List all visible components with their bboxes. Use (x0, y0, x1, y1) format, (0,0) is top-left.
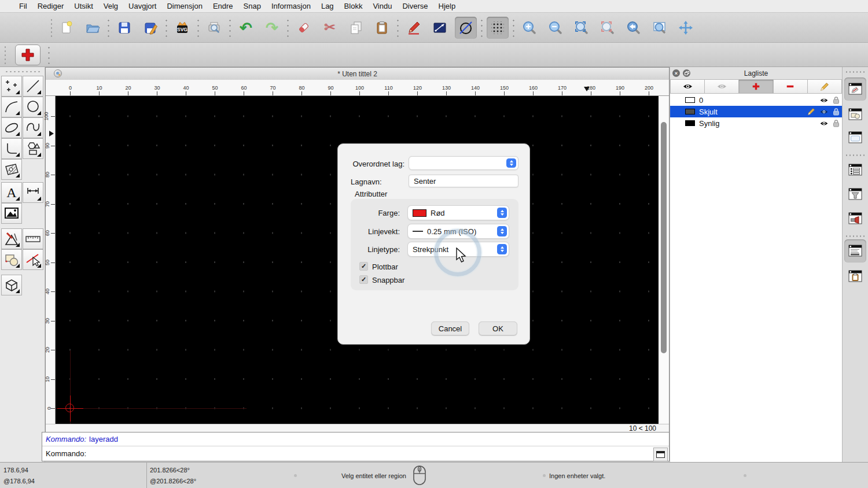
image-tool-button[interactable] (1, 203, 22, 224)
export-svg-button[interactable]: SVG (171, 17, 193, 39)
menu-item-informasjon[interactable]: Informasjon (266, 2, 316, 10)
menu-item-vindu[interactable]: Vindu (367, 2, 397, 10)
menu-item-dimensjon[interactable]: Dimensjon (161, 2, 207, 10)
parent-layer-select[interactable] (409, 156, 518, 170)
layer-row-skjult[interactable]: Skjult (670, 106, 842, 117)
ruler-tool-button[interactable] (23, 228, 43, 249)
text-tool-button[interactable]: A (1, 182, 22, 203)
draw-pencil-button[interactable] (403, 17, 425, 39)
zoom-auto-button[interactable] (571, 17, 593, 39)
menu-item-lag[interactable]: Lag (316, 2, 339, 10)
snappable-checkbox[interactable]: ✓ (359, 275, 368, 284)
close-dock-button[interactable]: × (672, 69, 680, 77)
redo-button[interactable]: ↷ (261, 17, 283, 39)
command-input-line[interactable]: Kommando: (42, 446, 669, 461)
menu-item-hjelp[interactable]: Hjelp (433, 2, 461, 10)
zoom-in-button[interactable] (518, 17, 540, 39)
layer-visibility-icon[interactable] (819, 109, 829, 115)
vertical-scrollbar[interactable] (659, 96, 669, 424)
menu-item-utsikt[interactable]: Utsikt (69, 2, 98, 10)
cad-tools-button[interactable] (1, 228, 22, 249)
menu-item-fil[interactable]: Fil (14, 2, 32, 10)
selection-filter-toggle-button[interactable] (844, 183, 866, 206)
block-tool-button[interactable] (1, 249, 22, 270)
save-as-button[interactable] (139, 17, 161, 39)
save-button[interactable] (113, 17, 135, 39)
add-layer-list-button[interactable] (739, 79, 773, 94)
arc-tool-button[interactable] (1, 97, 22, 117)
print-preview-button[interactable] (203, 17, 225, 39)
ok-button[interactable]: OK (479, 321, 517, 335)
ellipse-tool-button[interactable] (1, 117, 22, 138)
menu-item-uavgjort[interactable]: Uavgjort (123, 2, 161, 10)
library-browser-toggle-button[interactable] (844, 126, 866, 149)
solid-3d-tool-button[interactable] (1, 275, 22, 295)
plottable-checkbox[interactable]: ✓ (359, 262, 368, 271)
undo-button[interactable]: ↶ (235, 17, 257, 39)
command-detach-button[interactable] (653, 448, 668, 461)
add-layer-button[interactable] (15, 45, 41, 65)
menu-item-blokk[interactable]: Blokk (339, 2, 368, 10)
circle-tool-button[interactable] (23, 97, 43, 117)
menu-item-diverse[interactable]: Diverse (397, 2, 433, 10)
drafting-tools-icon (3, 230, 20, 247)
layer-lock-icon[interactable] (833, 108, 840, 116)
cancel-button[interactable]: Cancel (431, 321, 469, 335)
float-dock-button[interactable] (683, 69, 690, 77)
polyline-tool-button[interactable] (1, 138, 22, 159)
grid-toggle-button[interactable] (487, 17, 509, 39)
menu-item-endre[interactable]: Endre (208, 2, 238, 10)
zoom-back-button[interactable] (623, 17, 645, 39)
circle-line-toggle-button[interactable] (455, 17, 477, 39)
layer-name-input[interactable]: Senter (409, 175, 518, 187)
toolbar-drag-handle[interactable] (3, 45, 7, 65)
remove-layer-button[interactable] (774, 79, 808, 94)
new-file-button[interactable] (56, 17, 78, 39)
line-tool-button[interactable] (23, 76, 43, 97)
block-list-toggle-button[interactable] (844, 103, 866, 126)
select-tool-button[interactable] (23, 249, 43, 270)
menu-item-rediger[interactable]: Rediger (32, 2, 69, 10)
layer-color-swatch[interactable] (685, 97, 695, 103)
layer-visibility-icon[interactable] (819, 120, 829, 127)
point-tool-button[interactable] (1, 76, 22, 97)
spline-tool-button[interactable] (23, 117, 43, 138)
layer-edit-icon[interactable] (807, 108, 815, 116)
dock-bar-handle[interactable] (845, 71, 866, 73)
menu-item-snap[interactable]: Snap (238, 2, 266, 10)
polygon-tool-button[interactable] (23, 138, 43, 159)
cut-button[interactable]: ✂ (319, 17, 341, 39)
layer-visibility-icon[interactable] (819, 97, 829, 103)
entity-list-toggle-button[interactable] (844, 158, 866, 182)
menu-item-velg[interactable]: Velg (98, 2, 123, 10)
layer-list-toggle-button[interactable] (844, 77, 866, 101)
toolbar-drag-handle[interactable] (50, 18, 53, 38)
clipboard-dock-toggle-button[interactable] (844, 265, 866, 288)
dimension-tool-button[interactable] (23, 182, 43, 203)
color-select[interactable]: Rød (407, 205, 509, 220)
line-preview-button[interactable] (429, 17, 451, 39)
zoom-pan-button[interactable] (675, 17, 697, 39)
layer-row-synlig[interactable]: Synlig (670, 117, 842, 129)
layer-row-0[interactable]: 0 (670, 94, 842, 106)
edit-layer-button[interactable] (808, 79, 842, 94)
layer-lock-icon[interactable] (833, 119, 840, 127)
zoom-out-button[interactable] (545, 17, 567, 39)
hide-all-layers-button[interactable] (705, 79, 739, 94)
layer-color-swatch[interactable] (685, 109, 695, 114)
zoom-previous-button[interactable] (597, 17, 619, 39)
palette-drag-handle[interactable] (5, 70, 40, 73)
hatch-tool-button[interactable] (1, 159, 22, 180)
layer-color-swatch[interactable] (685, 120, 695, 126)
command-widget-toggle-button[interactable] (844, 239, 866, 263)
delete-button[interactable] (293, 17, 315, 39)
layer-lock-icon[interactable] (833, 96, 840, 104)
copy-button[interactable] (345, 17, 367, 39)
show-all-layers-button[interactable] (670, 79, 705, 94)
vertical-scrollbar-thumb[interactable] (661, 122, 667, 353)
highlight-toggle-button[interactable] (844, 207, 866, 230)
paste-button[interactable] (371, 17, 393, 39)
zoom-window-button[interactable] (649, 17, 671, 39)
window-title-bar[interactable]: * Uten tittel 2 (46, 68, 669, 80)
open-file-button[interactable] (82, 17, 104, 39)
